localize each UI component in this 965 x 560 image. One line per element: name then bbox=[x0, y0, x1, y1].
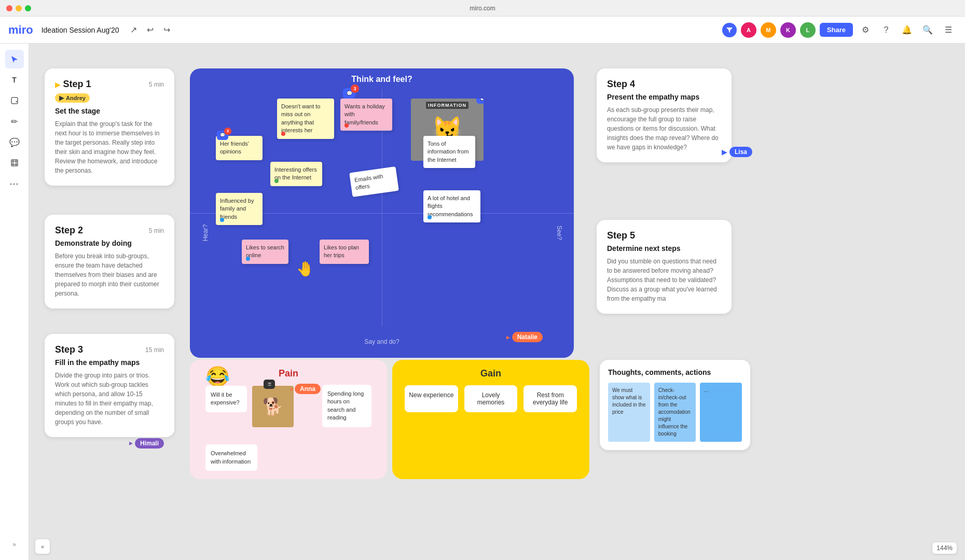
fullscreen-btn[interactable] bbox=[25, 5, 31, 11]
minimize-btn[interactable] bbox=[16, 5, 22, 11]
sticky-n1-text: Doesn't want to miss out on anything tha… bbox=[281, 103, 320, 133]
step1-user-label: Andrey bbox=[66, 95, 86, 101]
thought-1[interactable]: We must show what is included in the pri… bbox=[608, 383, 650, 442]
url-display: miro.com bbox=[470, 5, 495, 12]
sticky-n5-text: Influenced by family and friends bbox=[220, 198, 254, 220]
collapse-button[interactable]: « bbox=[35, 539, 50, 554]
lisa-cursor-area: ▶ Lisa bbox=[722, 147, 752, 157]
thought-2[interactable]: Check-in/check-out from the accomodation… bbox=[654, 383, 696, 442]
sticky-n2-text: Wants a holiday with family/friends bbox=[344, 103, 385, 125]
notifications-icon[interactable]: 🔔 bbox=[899, 22, 915, 38]
menu-icon[interactable]: ☰ bbox=[940, 22, 957, 38]
select-tool[interactable] bbox=[5, 50, 24, 68]
sticky-n3[interactable]: Her friends' opinions 💬 3 bbox=[216, 136, 263, 160]
main-canvas[interactable]: ▶ Step 1 5 min ▶ Andrey Set the stage Ex… bbox=[29, 44, 965, 560]
gain-card-3[interactable]: Rest from everyday life bbox=[523, 385, 577, 412]
hear-label: Hear? bbox=[202, 225, 209, 242]
cat-text-top: INFORMATION bbox=[426, 102, 468, 109]
step2-subtitle: Demonstrate by doing bbox=[55, 239, 164, 247]
close-btn[interactable] bbox=[6, 5, 12, 11]
sticky-tool[interactable] bbox=[5, 91, 24, 110]
step3-desc: Divide the group into pairs or trios. Wo… bbox=[55, 371, 164, 427]
thought-3[interactable]: ... bbox=[700, 383, 742, 442]
help-icon[interactable]: ? bbox=[878, 22, 894, 38]
settings-icon[interactable]: ⚙ bbox=[857, 22, 874, 38]
step1-desc: Explain that the group's task for the ne… bbox=[55, 119, 164, 175]
sticky-n5[interactable]: Influenced by family and friends bbox=[216, 193, 263, 225]
pain-sticky-1[interactable]: Will it be expensive? bbox=[205, 386, 247, 412]
step4-title: Step 4 bbox=[607, 79, 635, 90]
sticky-n4[interactable]: Interesting offers on the Internet bbox=[270, 162, 322, 186]
sticky-n8[interactable]: A lot of hotel and flights recommendatio… bbox=[423, 190, 480, 222]
sticky-n7-text: Tons of information from the Internet bbox=[428, 141, 468, 163]
pain-note-1: Will it be expensive? bbox=[211, 391, 240, 405]
pain-section: Pain 😂 🐕 ☰ Will it be expensive? Spendin… bbox=[190, 360, 387, 479]
collapse-sidebar[interactable]: » bbox=[5, 535, 24, 554]
thought-2-text: Check-in/check-out from the accomodation… bbox=[658, 387, 691, 437]
step1-user-badge: ▶ Andrey bbox=[55, 93, 90, 103]
pen-tool[interactable]: ✏ bbox=[5, 112, 24, 131]
lisa-badge: Lisa bbox=[729, 147, 752, 157]
avatar-2[interactable]: M bbox=[761, 22, 776, 38]
gain-card-1[interactable]: New experience bbox=[405, 385, 458, 412]
dog-image: 🐕 bbox=[252, 386, 294, 427]
hand-cursor: 🤚 bbox=[296, 260, 314, 277]
empathy-map-title: Think and feel? bbox=[190, 68, 574, 88]
sticky-n8-text: A lot of hotel and flights recommendatio… bbox=[428, 195, 473, 217]
thought-1-text: We must show what is included in the pri… bbox=[612, 387, 646, 415]
board-title[interactable]: Ideation Session Aug'20 bbox=[42, 26, 119, 34]
search-icon[interactable]: 🔍 bbox=[919, 22, 936, 38]
filter-icon[interactable] bbox=[722, 23, 737, 37]
top-toolbar: miro Ideation Session Aug'20 ↗ ↩ ↪ A M K… bbox=[0, 17, 965, 44]
toolbar-right: A M K L Share ⚙ ? 🔔 🔍 ☰ bbox=[722, 22, 957, 38]
frame-tool[interactable] bbox=[5, 153, 24, 172]
step2-time: 5 min bbox=[149, 227, 164, 234]
sticky-n3-text: Her friends' opinions bbox=[220, 141, 249, 155]
gain-title: Gain bbox=[401, 368, 581, 379]
avatar-4[interactable]: L bbox=[800, 22, 816, 38]
laugh-emoji: 😂 bbox=[205, 365, 230, 388]
avatar-3[interactable]: K bbox=[780, 22, 796, 38]
say-label: Say and do? bbox=[364, 338, 399, 345]
undo-button[interactable]: ↩ bbox=[142, 22, 158, 38]
share-button[interactable]: Share bbox=[820, 23, 853, 37]
svg-rect-0 bbox=[11, 97, 18, 104]
comment-tool[interactable]: 💬 bbox=[5, 133, 24, 151]
title-bar: miro.com bbox=[0, 0, 965, 17]
step1-title: Step 1 bbox=[63, 79, 91, 89]
export-button[interactable]: ↗ bbox=[125, 22, 142, 38]
sticky-n10-text: Likes too plan her trips bbox=[324, 244, 359, 258]
avatar-1[interactable]: A bbox=[741, 22, 756, 38]
sticky-n6-text: Emails with offers bbox=[354, 173, 383, 191]
text-tool[interactable]: T bbox=[5, 71, 24, 89]
step5-subtitle: Determine next steps bbox=[607, 244, 721, 253]
sticky-n2[interactable]: Wants a holiday with family/friends bbox=[340, 99, 392, 131]
sticky-n9[interactable]: Likes to search online bbox=[242, 240, 288, 264]
step2-title: Step 2 bbox=[55, 225, 83, 236]
step2-desc: Before you break into sub-groups, ensure… bbox=[55, 251, 164, 298]
sticky-n7[interactable]: Tons of information from the Internet bbox=[423, 136, 475, 168]
sticky-n9-text: Likes to search online bbox=[246, 244, 284, 258]
step4-desc: As each sub-group presents their map, en… bbox=[607, 105, 721, 152]
more-tools[interactable]: ⋯ bbox=[5, 174, 24, 193]
pain-sticky-3[interactable]: Overwhelmed with information bbox=[205, 444, 257, 471]
anna-cursor: ▸ Anna bbox=[291, 384, 321, 394]
pain-comment[interactable]: ☰ bbox=[264, 380, 275, 389]
thoughts-panel: Thoughts, comments, actions We must show… bbox=[600, 360, 750, 450]
sticky-n1[interactable]: Doesn't want to miss out on anything tha… bbox=[277, 99, 334, 139]
redo-button[interactable]: ↪ bbox=[158, 22, 175, 38]
himali-badge: Himali bbox=[135, 438, 164, 449]
sticky-n6[interactable]: Emails with offers bbox=[349, 166, 399, 197]
pain-sticky-2[interactable]: Spending long hours on search and readin… bbox=[322, 385, 371, 427]
see-label: See? bbox=[556, 226, 563, 240]
comment-bubble-1[interactable]: 💬 3 bbox=[343, 88, 355, 99]
zoom-indicator: 144% bbox=[932, 542, 957, 554]
sticky-n10[interactable]: Likes too plan her trips bbox=[320, 240, 369, 264]
natalie-cursor: ▸ Natalie bbox=[506, 332, 543, 342]
sticky-n4-text: Interesting offers on the Internet bbox=[274, 166, 317, 180]
step3-time: 15 min bbox=[145, 346, 164, 354]
gain-card-2[interactable]: Lovely memories bbox=[464, 385, 518, 412]
miro-logo[interactable]: miro bbox=[8, 23, 33, 37]
empathy-map[interactable]: Think and feel? Hear? See? Say and do? D… bbox=[190, 68, 574, 358]
step4-card: Step 4 Present the empathy maps As each … bbox=[597, 68, 732, 162]
